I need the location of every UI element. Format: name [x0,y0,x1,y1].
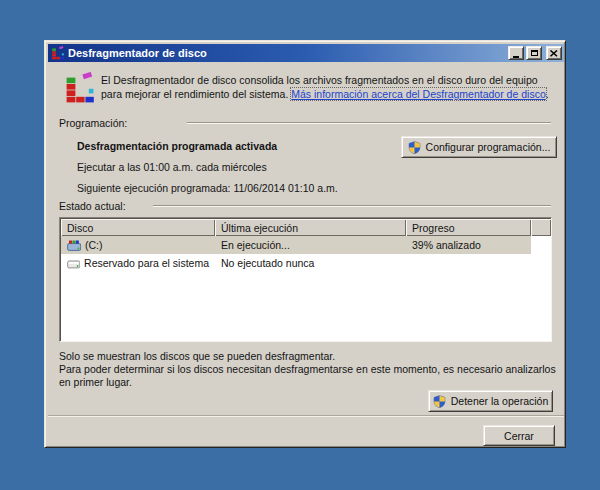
minimize-icon [513,56,519,58]
configure-schedule-label: Configurar programación... [426,141,551,153]
hard-disk-icon [67,257,80,270]
uac-shield-icon [433,395,446,408]
close-icon [550,50,558,57]
desktop: Desfragmentador de disco El Desfragmenta… [0,0,600,490]
intro-text-end: . [546,88,549,100]
close-button[interactable] [546,46,562,60]
schedule-run-time: Ejecutar a las 01:00 a.m. cada miércoles [77,161,267,173]
uac-shield-icon [408,141,421,154]
schedule-status: Desfragmentación programada activada [77,140,277,152]
current-state-section-label: Estado actual: [59,200,126,212]
current-state-section-divider [153,205,551,206]
more-info-link[interactable]: Más información acerca del Desfragmentad… [291,88,545,100]
schedule-section-label: Programación: [59,117,127,129]
disk-last-run: En ejecución... [221,239,290,251]
column-header-last-run[interactable]: Última ejecución [215,219,406,236]
titlebar[interactable]: Desfragmentador de disco [48,44,564,62]
configure-schedule-button[interactable]: Configurar programación... [401,136,557,158]
stop-operation-label: Detener la operación [451,395,548,407]
note-line-2: Para poder determinar si los discos nece… [59,363,556,389]
intro-description: El Desfragmentador de disco consolida lo… [101,74,557,101]
schedule-section-divider [187,122,551,123]
disk-name: Reservado para el sistema [84,257,209,269]
stop-operation-button[interactable]: Detener la operación [428,390,553,412]
close-dialog-button[interactable]: Cerrar [483,425,555,446]
table-row-drive-c[interactable]: (C:) En ejecución... 39% analizado [61,236,531,254]
info-notes: Solo se muestran los discos que se puede… [59,350,556,389]
note-line-1: Solo se muestran los discos que se puede… [59,350,556,363]
app-defrag-icon [51,46,65,60]
disk-progress: 39% analizado [412,239,481,251]
disk-last-run: No ejecutado nunca [221,257,314,269]
disk-table-header: Disco Última ejecución Progreso [61,219,551,236]
schedule-next-run: Siguiente ejecución programada: 11/06/20… [77,182,338,194]
disk-defragmenter-window: Desfragmentador de disco El Desfragmenta… [44,40,566,448]
column-header-progress[interactable]: Progreso [406,219,531,236]
disk-table[interactable]: Disco Última ejecución Progreso (C:) En … [59,217,552,342]
disk-name: (C:) [85,239,103,251]
footer-divider [48,415,564,416]
close-dialog-label: Cerrar [504,430,534,442]
window-title: Desfragmentador de disco [68,47,506,59]
minimize-button[interactable] [508,46,524,60]
maximize-button[interactable] [526,46,542,60]
defrag-disk-icon [67,239,81,252]
column-header-disk[interactable]: Disco [61,219,215,236]
maximize-icon [531,50,538,56]
table-row-system-reserved[interactable]: Reservado para el sistema No ejecutado n… [61,254,531,272]
column-header-extra [531,219,551,236]
defrag-app-icon-large [64,72,96,104]
